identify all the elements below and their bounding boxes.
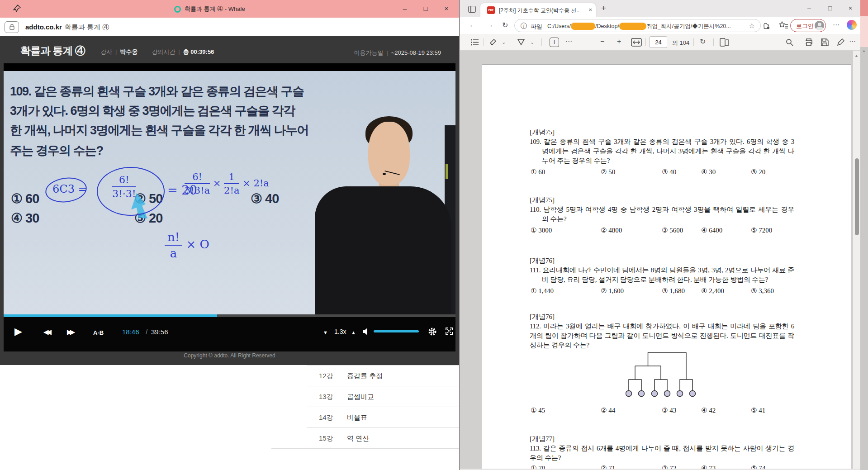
- address-bar[interactable]: i 파일 C:/Users//Desktop/취업_회사/공기업/◆기본서%20…: [514, 19, 761, 32]
- answer-option: ① 3000: [531, 226, 552, 234]
- pdf-page: [개념75] 109. 같은 종류의 흰색 구슬 3개와 같은 종류의 검은색 …: [482, 64, 851, 469]
- answer-option: ⑤ 7200: [751, 226, 772, 234]
- play-button[interactable]: ▶: [14, 326, 22, 337]
- total-time: 39:56: [151, 328, 168, 336]
- list-divider: [271, 448, 459, 449]
- fit-to-width-icon[interactable]: [631, 38, 642, 47]
- print-icon[interactable]: [805, 38, 813, 46]
- rotate-icon[interactable]: ↻: [700, 37, 706, 46]
- meta-separator: |: [112, 48, 120, 55]
- tournament-bracket-diagram: [626, 351, 700, 399]
- search-icon[interactable]: [786, 38, 793, 46]
- list-item[interactable]: 12강 증감률 추정: [307, 365, 459, 386]
- answer-option: ① 45: [531, 406, 545, 414]
- login-button[interactable]: 로그인: [790, 19, 826, 32]
- redaction-blob: [619, 23, 646, 30]
- scrollbar[interactable]: ▲: [853, 51, 860, 469]
- minimize-button[interactable]: –: [398, 3, 412, 14]
- path-segment: C:/Users/: [547, 23, 571, 29]
- availability-date: ~2025-08-19 23:59: [391, 49, 441, 56]
- page-number-input[interactable]: 24: [650, 36, 667, 48]
- favorites-bar-icon[interactable]: [779, 21, 788, 30]
- edge-address-row: ← → ↻ i 파일 C:/Users//Desktop/취업_회사/공기업/◆…: [460, 17, 861, 34]
- minimize-button[interactable]: –: [802, 2, 817, 14]
- pen-icon[interactable]: [517, 38, 525, 47]
- ab-repeat-button[interactable]: A-B: [93, 329, 104, 336]
- back-button[interactable]: ←: [469, 21, 476, 29]
- highlighter-icon[interactable]: [489, 38, 497, 47]
- speed-up-button[interactable]: ▲: [351, 330, 356, 335]
- instructor-label: 강사: [100, 48, 112, 55]
- active-tab[interactable]: PDF [2주차] 기초수학 교안(박수웅 선.. ×: [480, 3, 596, 17]
- answer-option: ② 71: [601, 464, 615, 469]
- copilot-icon[interactable]: [847, 20, 857, 30]
- pdf-file-icon: PDF: [487, 6, 495, 14]
- maximize-button[interactable]: □: [419, 3, 432, 14]
- more-options-icon[interactable]: ⋯: [849, 38, 856, 46]
- save-icon[interactable]: [821, 38, 829, 46]
- url-display[interactable]: addto.co.kr확률과 통계 ④: [25, 23, 109, 32]
- path-segment: 취업_회사/공기업/◆기본서%20...: [646, 23, 731, 29]
- chevron-down-icon[interactable]: ⌄: [502, 39, 506, 45]
- favorite-star-icon[interactable]: ☆: [749, 22, 755, 30]
- lock-icon[interactable]: [5, 21, 19, 33]
- concept-tag: [개념75]: [530, 128, 555, 137]
- redaction-blob: [571, 23, 595, 30]
- time-separator: /: [146, 328, 147, 336]
- forward-button[interactable]: →: [486, 21, 493, 29]
- pin-icon[interactable]: [12, 4, 21, 13]
- table-of-contents-icon[interactable]: [471, 39, 479, 46]
- lecture-number: 15강: [319, 434, 333, 443]
- add-text-icon[interactable]: T: [550, 38, 559, 47]
- zoom-in-icon[interactable]: +: [617, 38, 621, 46]
- tab-actions-icon[interactable]: [468, 6, 476, 13]
- video-control-bar: ▶ ◀◀ ▶▶ A-B 18:46 / 39:56 ▼ 1.3x ▲: [4, 317, 455, 351]
- close-button[interactable]: ×: [843, 2, 858, 14]
- new-tab-button[interactable]: +: [601, 3, 606, 13]
- fast-forward-button[interactable]: ▶▶: [67, 328, 73, 336]
- tab-close-icon[interactable]: ×: [588, 6, 592, 13]
- lecture-number: 13강: [319, 393, 333, 401]
- extensions-icon[interactable]: [762, 21, 771, 30]
- video-player[interactable]: 109. 같은 종류의 흰색 구슬 3개와 같은 종류의 검은색 구슬 3개가 …: [4, 63, 455, 351]
- playback-speed[interactable]: 1.3x: [334, 328, 346, 335]
- list-item[interactable]: 15강 역 연산: [307, 427, 459, 448]
- slide-problem-line: 주는 경우의 수는?: [10, 142, 318, 159]
- chevron-down-icon[interactable]: ⌄: [530, 39, 534, 45]
- speed-down-button[interactable]: ▼: [323, 330, 328, 335]
- answer-option: ② 44: [601, 406, 615, 414]
- problem-line: 누어 주는 경우의 수는?: [542, 157, 794, 165]
- lecture-number: 12강: [319, 372, 333, 380]
- scrollbar-thumb[interactable]: [855, 158, 859, 235]
- toolbar-divider: [645, 38, 646, 46]
- draw-icon[interactable]: [837, 38, 845, 46]
- times-sign: ×: [213, 178, 221, 189]
- tab-title: [2주차] 기초수학 교안(박수웅 선..: [499, 7, 587, 14]
- answer-option: ④ 6400: [701, 226, 722, 234]
- close-button[interactable]: ×: [440, 3, 453, 14]
- meta-separator: |: [175, 48, 183, 55]
- info-icon[interactable]: i: [521, 23, 527, 29]
- answer-option: ④ 30: [701, 168, 716, 176]
- fullscreen-icon[interactable]: [445, 327, 453, 335]
- pdf-canvas: [개념75] 109. 같은 종류의 흰색 구슬 3개와 같은 종류의 검은색 …: [460, 51, 861, 469]
- volume-slider[interactable]: [374, 330, 419, 332]
- scroll-up-icon[interactable]: ▲: [854, 53, 859, 58]
- maximize-button[interactable]: □: [822, 2, 838, 14]
- fraction-denominator: a: [165, 246, 182, 260]
- settings-menu-icon[interactable]: ⋯: [833, 21, 840, 29]
- lecture-number: 14강: [319, 413, 333, 422]
- problem-line: 의 수는?: [542, 215, 794, 223]
- rewind-button[interactable]: ◀◀: [43, 328, 49, 336]
- window-title: 확률과 통계 ④ - Whale: [185, 5, 245, 13]
- zoom-out-icon[interactable]: −: [600, 38, 604, 46]
- settings-gear-icon[interactable]: [428, 327, 437, 336]
- answer-option: ③ 72: [662, 464, 676, 469]
- more-tools-icon[interactable]: ⋯: [565, 38, 572, 46]
- volume-icon[interactable]: [362, 328, 370, 335]
- refresh-button[interactable]: ↻: [502, 21, 508, 29]
- list-item[interactable]: 14강 비율표: [307, 407, 459, 427]
- page-view-icon[interactable]: [720, 38, 729, 47]
- concept-tag: [개념76]: [530, 313, 555, 321]
- list-item[interactable]: 13강 곱셈비교: [307, 386, 459, 407]
